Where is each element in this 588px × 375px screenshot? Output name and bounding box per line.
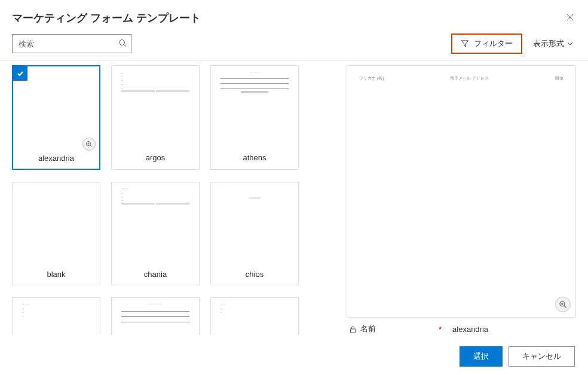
template-card-row6[interactable]: ・・・——— [12, 297, 100, 334]
view-format-button[interactable]: 表示形式 [531, 35, 576, 53]
preview-col-3: 職位 [555, 75, 564, 81]
view-format-label: 表示形式 [533, 38, 564, 49]
template-name: athens [211, 150, 298, 168]
template-card-blank[interactable]: blank [12, 182, 100, 285]
template-card-chania[interactable]: ・・・———chania [111, 182, 200, 285]
close-icon [566, 14, 574, 21]
filter-label: フィルター [474, 38, 513, 49]
filter-button[interactable]: フィルター [451, 33, 522, 54]
template-card-alexandria[interactable]: alexandria [12, 65, 100, 170]
select-button[interactable]: 選択 [460, 346, 503, 367]
template-gallery[interactable]: alexandria—————argos・・・・・・・athensblank・・… [12, 65, 336, 334]
preview-col-2: 電子メール アドレス [450, 75, 489, 81]
template-thumbnail: ・・・——— [13, 298, 100, 334]
template-name: chania [112, 266, 199, 285]
card-zoom-button[interactable] [82, 138, 96, 151]
chevron-down-icon [566, 40, 574, 47]
template-name: alexandria [13, 150, 99, 169]
template-card-chios[interactable]: ・chios [210, 182, 299, 285]
template-card-row8[interactable]: ・・—— [210, 297, 299, 334]
template-thumbnail: ・ [211, 182, 298, 266]
template-thumbnail: ————— [112, 66, 199, 150]
dialog-title: マーケティング フォーム テンプレート [12, 11, 201, 25]
preview-col-1: フリガナ (名) [359, 75, 384, 81]
meta-label-name: 名前 [360, 324, 376, 334]
divider [0, 60, 588, 60]
lock-icon [349, 325, 357, 333]
template-thumbnail: ・・・——— [112, 182, 199, 266]
meta-value-name: alexandria [452, 325, 488, 334]
zoom-icon [559, 300, 567, 309]
template-card-row7[interactable]: ・・・・・・・・ [111, 297, 200, 334]
template-name: chios [211, 266, 298, 285]
template-thumbnail: ・・—— [211, 298, 298, 334]
search-icon [118, 39, 127, 49]
template-thumbnail: ・・・・・・・・ [112, 298, 199, 334]
svg-point-0 [120, 40, 125, 45]
zoom-icon [85, 141, 93, 148]
filter-icon [461, 39, 469, 48]
preview-panel: フリガナ (名) 電子メール アドレス 職位 [347, 65, 576, 318]
template-thumbnail: ・・・・・・・ [211, 66, 298, 150]
search-input[interactable] [12, 34, 131, 53]
template-name: blank [13, 266, 100, 285]
selected-check-icon [13, 66, 27, 81]
template-thumbnail [13, 182, 100, 266]
search-field[interactable] [12, 34, 131, 53]
template-name: argos [112, 150, 199, 168]
template-card-athens[interactable]: ・・・・・・・athens [210, 65, 299, 170]
close-button[interactable] [564, 11, 576, 25]
template-card-argos[interactable]: —————argos [111, 65, 200, 170]
preview-zoom-button[interactable] [555, 297, 571, 312]
required-mark: * [439, 325, 442, 334]
cancel-button[interactable]: キャンセル [509, 346, 575, 367]
svg-rect-11 [351, 329, 356, 333]
